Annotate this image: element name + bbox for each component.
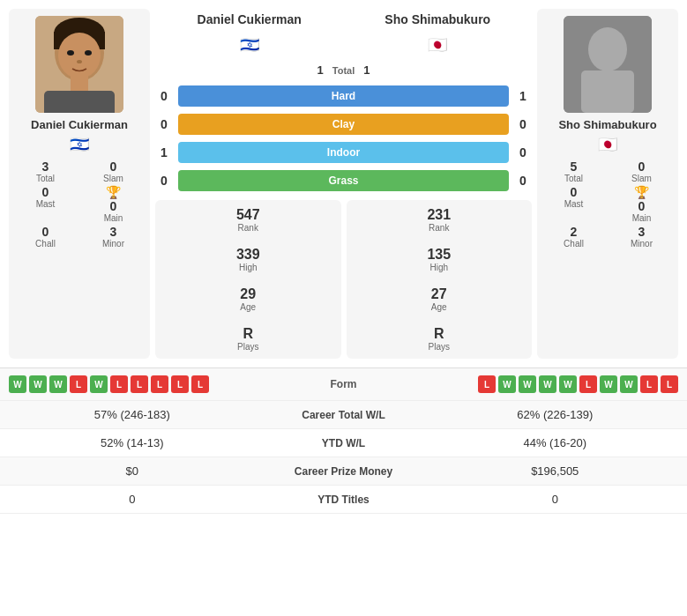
center-player1-flag: 🇮🇱 xyxy=(155,35,344,55)
player1-chall-value: 0 xyxy=(42,225,49,239)
form-label: Form xyxy=(291,378,397,390)
p1-prize-money: $0 xyxy=(9,464,256,478)
player1-form-badge: L xyxy=(191,375,209,393)
player2-form-badge: W xyxy=(559,375,577,393)
svg-rect-8 xyxy=(71,76,88,92)
player2-form-badge: L xyxy=(579,375,597,393)
p2-age-label: Age xyxy=(350,302,529,312)
player1-card: Daniel Cukierman 🇮🇱 3 Total 0 Slam 0 Mas… xyxy=(9,9,150,359)
player2-mast-label: Mast xyxy=(564,199,584,209)
player2-minor-label: Minor xyxy=(631,239,653,249)
player1-minor-label: Minor xyxy=(102,239,124,249)
player2-total-stat: 5 Total xyxy=(544,160,603,183)
p2-plays-label: Plays xyxy=(350,342,529,352)
total-row: 1 Total 1 xyxy=(155,60,532,80)
player-names-row: Daniel Cukierman Sho Shimabukuro xyxy=(155,9,532,30)
p2-plays-stat: R Plays xyxy=(347,319,533,359)
svg-rect-12 xyxy=(581,71,634,113)
p2-plays-value: R xyxy=(350,326,529,342)
player2-form-badge: L xyxy=(661,375,678,393)
clay-surface-btn[interactable]: Clay xyxy=(178,114,509,135)
p1-age-label: Age xyxy=(159,302,338,312)
indoor-surface-btn[interactable]: Indoor xyxy=(178,142,509,163)
p1-high-stat: 339 High xyxy=(155,240,341,279)
prize-money-label: Career Prize Money xyxy=(256,465,432,478)
player1-form-badge: L xyxy=(70,375,87,393)
player2-minor-stat: 3 Minor xyxy=(612,225,671,249)
player2-slam-stat: 0 Slam xyxy=(612,160,671,183)
player2-trophy-area: 🏆 0 Main xyxy=(612,185,671,223)
player2-mast-value: 0 xyxy=(571,185,578,199)
p2-ytd-wl: 44% (16-20) xyxy=(432,436,679,449)
player2-form: LWWWWLWWLL xyxy=(397,375,679,393)
player2-form-badge: L xyxy=(478,375,496,393)
center-player1-name: Daniel Cukierman xyxy=(155,12,344,26)
flags-row: 🇮🇱 🇯🇵 xyxy=(155,33,532,56)
p2-rank-stat: 231 Rank xyxy=(347,200,533,240)
player1-mast-value: 0 xyxy=(42,185,49,199)
p2-career-total: 62% (226-139) xyxy=(432,408,679,421)
p1-plays-value: R xyxy=(159,326,338,342)
player2-form-badge: W xyxy=(600,375,617,393)
ytd-wl-row: 52% (14-13) YTD W/L 44% (16-20) xyxy=(0,429,687,457)
main-container: Daniel Cukierman 🇮🇱 3 Total 0 Slam 0 Mas… xyxy=(0,0,687,514)
career-total-row: 57% (246-183) Career Total W/L 62% (226-… xyxy=(0,401,687,429)
bottom-section: WWWLWLLLLL Form LWWWWLWWLL 57% (246-183)… xyxy=(0,367,687,514)
player1-trophy-icon: 🏆 xyxy=(106,185,121,199)
player2-form-badge: W xyxy=(498,375,516,393)
player1-total-label: Total xyxy=(36,174,55,183)
p2-center-stats: 231 Rank 135 High 27 Age R Plays xyxy=(347,200,533,359)
surface-hard-row: 0 Hard 1 xyxy=(155,84,532,108)
p2-total: 1 xyxy=(363,63,370,77)
indoor-p1-score: 1 xyxy=(155,145,173,160)
player2-chall-stat: 2 Chall xyxy=(544,225,603,249)
player1-form: WWWLWLLLLL xyxy=(9,375,291,393)
player1-name: Daniel Cukierman xyxy=(31,118,128,131)
p1-ytd-titles: 0 xyxy=(9,493,256,506)
player2-main-value: 0 xyxy=(638,199,646,213)
player1-form-badge: W xyxy=(9,375,26,393)
player1-mast-stat: 0 Mast xyxy=(16,185,75,223)
p1-rank-value: 547 xyxy=(159,207,338,223)
player2-main-label: Main xyxy=(632,213,652,223)
p1-age-value: 29 xyxy=(159,286,338,302)
player1-form-badge: L xyxy=(171,375,189,393)
p2-rank-label: Rank xyxy=(350,223,529,233)
player2-card: Sho Shimabukuro 🇯🇵 5 Total 0 Slam 0 Mast… xyxy=(537,9,678,359)
player1-form-badge: L xyxy=(131,375,148,393)
clay-p2-score: 0 xyxy=(514,117,532,131)
hard-p2-score: 1 xyxy=(514,89,532,103)
player1-total-stat: 3 Total xyxy=(16,160,75,183)
player2-form-badge: W xyxy=(620,375,638,393)
total-label: Total xyxy=(332,65,355,76)
center-stats-row: 547 Rank 339 High 29 Age R Plays xyxy=(155,200,532,359)
player2-slam-label: Slam xyxy=(631,174,652,183)
p2-high-value: 135 xyxy=(350,247,529,263)
p1-ytd-wl: 52% (14-13) xyxy=(9,436,256,449)
grass-p2-score: 0 xyxy=(514,174,532,188)
center-player2-flag: 🇯🇵 xyxy=(344,35,533,55)
surface-grass-row: 0 Grass 0 xyxy=(155,168,532,193)
surface-clay-row: 0 Clay 0 xyxy=(155,112,532,137)
surface-indoor-row: 1 Indoor 0 xyxy=(155,140,532,165)
indoor-p2-score: 0 xyxy=(514,145,532,160)
form-row: WWWLWLLLLL Form LWWWWLWWLL xyxy=(0,368,687,401)
p1-age-stat: 29 Age xyxy=(155,279,341,319)
ytd-wl-label: YTD W/L xyxy=(256,437,432,449)
p2-ytd-titles: 0 xyxy=(432,493,679,506)
player2-form-badge: W xyxy=(539,375,556,393)
p2-high-stat: 135 High xyxy=(347,240,533,279)
svg-point-6 xyxy=(85,50,92,56)
top-section: Daniel Cukierman 🇮🇱 3 Total 0 Slam 0 Mas… xyxy=(0,0,687,359)
player1-chall-label: Chall xyxy=(35,239,56,249)
player2-slam-value: 0 xyxy=(638,160,646,174)
hard-surface-btn[interactable]: Hard xyxy=(178,85,509,107)
player1-trophy-area: 🏆 0 Main xyxy=(84,185,143,223)
player1-flag: 🇮🇱 xyxy=(70,135,89,154)
grass-surface-btn[interactable]: Grass xyxy=(178,170,509,191)
p1-career-total: 57% (246-183) xyxy=(9,408,256,421)
player2-mast-stat: 0 Mast xyxy=(544,185,603,223)
center-panel: Daniel Cukierman Sho Shimabukuro 🇮🇱 🇯🇵 1… xyxy=(155,9,532,359)
player1-form-badge: W xyxy=(90,375,108,393)
player2-form-badge: L xyxy=(640,375,658,393)
